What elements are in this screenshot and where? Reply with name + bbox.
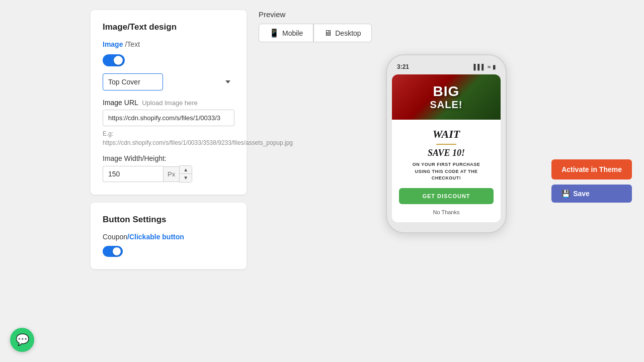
preview-tabs: 📱 Mobile 🖥 Desktop	[259, 24, 634, 42]
image-text-toggle[interactable]	[103, 54, 125, 66]
save-text: SAVE 10!	[399, 148, 494, 158]
coupon-row: Coupon/Clickable button	[103, 233, 234, 241]
cover-select[interactable]: Top Cover Left Right Bottom Cover	[103, 73, 163, 90]
image-url-label: Image URL Upload Image here	[103, 99, 234, 107]
wifi-icon: ≈	[488, 64, 491, 70]
select-arrow-icon	[225, 80, 230, 83]
no-thanks-link[interactable]: No Thanks	[399, 209, 494, 215]
image-text-design-card: Image/Text design Image /Text Top Cover …	[91, 10, 247, 195]
sale-banner: BIG SALE!	[392, 74, 501, 120]
px-label: Px	[163, 166, 179, 182]
card-title-button-settings: Button Settings	[103, 215, 234, 225]
dimensions-label: Image Width/Height:	[103, 154, 234, 162]
chat-icon: 💬	[16, 333, 29, 346]
phone-mockup: 3:21 ▌▌▌ ≈ ▮ BIG SALE!	[386, 54, 507, 233]
desc-text: ON YOUR FIRST PURCHASE USING THIS CODE A…	[399, 161, 494, 182]
save-label: Save	[573, 190, 590, 198]
left-panel: Image/Text design Image /Text Top Cover …	[91, 10, 247, 352]
clickable-label: /Clickable button	[127, 233, 184, 241]
upload-sublabel: Upload Image here	[142, 99, 198, 107]
spinner-up[interactable]: ▲	[180, 166, 192, 174]
save-button[interactable]: 💾 Save	[551, 185, 632, 203]
spinner-down[interactable]: ▼	[180, 174, 192, 182]
dimensions-input[interactable]	[103, 166, 163, 182]
signal-icon: ▌▌▌	[474, 64, 486, 70]
phone-screen: BIG SALE! WAIT SAVE 10! ON YOUR FIRST PU…	[392, 74, 501, 222]
phone-container: 3:21 ▌▌▌ ≈ ▮ BIG SALE!	[259, 54, 634, 352]
page-wrapper: Image/Text design Image /Text Top Cover …	[0, 0, 644, 362]
spinner-buttons: ▲ ▼	[179, 165, 192, 183]
status-time: 3:21	[397, 63, 409, 70]
status-icons: ▌▌▌ ≈ ▮	[474, 64, 496, 70]
activate-in-theme-button[interactable]: Activate in Theme	[551, 159, 632, 179]
wait-text: WAIT	[399, 128, 494, 141]
image-url-input[interactable]	[103, 110, 234, 126]
banner-line1: BIG	[430, 84, 463, 100]
cover-select-wrapper: Top Cover Left Right Bottom Cover	[103, 73, 234, 90]
tab-mobile[interactable]: 📱 Mobile	[259, 24, 313, 42]
chat-bubble[interactable]: 💬	[10, 328, 34, 352]
sale-banner-text: BIG SALE!	[430, 84, 463, 111]
tab-mobile-label: Mobile	[282, 29, 303, 37]
mobile-icon: 📱	[269, 28, 279, 38]
get-discount-button[interactable]: GET DISCOUNT	[399, 188, 494, 204]
action-buttons: Activate in Theme 💾 Save	[551, 159, 632, 203]
desktop-icon: 🖥	[324, 29, 332, 38]
save-icon: 💾	[561, 190, 570, 198]
battery-icon: ▮	[493, 64, 496, 70]
coupon-toggle[interactable]	[103, 246, 123, 257]
dimensions-input-row: Px ▲ ▼	[103, 165, 234, 183]
toggle-image-label: Image	[103, 40, 123, 48]
card-title-image-text: Image/Text design	[103, 22, 234, 32]
toggle-thumb	[114, 56, 123, 65]
toggle-text-label: /Text	[125, 40, 140, 48]
banner-line2: SALE!	[430, 99, 463, 110]
image-text-toggle-row: Image /Text	[103, 40, 234, 48]
gold-divider	[436, 144, 456, 145]
tab-desktop[interactable]: 🖥 Desktop	[313, 24, 371, 42]
sidebar	[0, 0, 80, 362]
button-settings-card: Button Settings Coupon/Clickable button	[91, 203, 247, 269]
coupon-label: Coupon	[103, 233, 127, 241]
tab-desktop-label: Desktop	[335, 29, 361, 37]
preview-label: Preview	[259, 10, 634, 19]
phone-status-bar: 3:21 ▌▌▌ ≈ ▮	[392, 63, 501, 74]
popup-body: WAIT SAVE 10! ON YOUR FIRST PURCHASE USI…	[392, 120, 501, 222]
coupon-toggle-thumb	[113, 247, 121, 255]
example-text: E.g: https://cdn.shopify.com/s/files/1/0…	[103, 129, 234, 147]
